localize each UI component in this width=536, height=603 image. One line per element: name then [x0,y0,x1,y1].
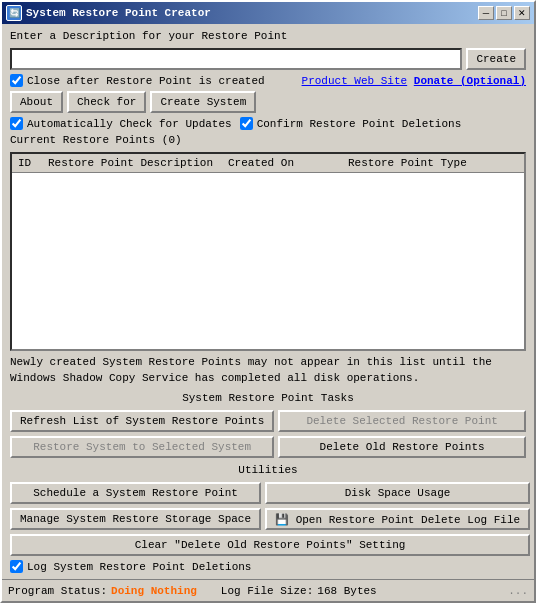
app-icon: 🔄 [6,5,22,21]
log-deletions-label: Log System Restore Point Deletions [27,561,251,573]
clear-button[interactable]: Clear "Delete Old Restore Points" Settin… [10,534,530,556]
col-type: Restore Point Type [346,156,520,170]
window-controls: ─ □ ✕ [478,6,530,20]
open-log-label: Open Restore Point Delete Log File [296,514,520,526]
description-row: Create [10,48,526,70]
open-log-button[interactable]: 💾 Open Restore Point Delete Log File [265,508,530,530]
table-header: ID Restore Point Description Created On … [12,154,524,173]
tasks-section-title: System Restore Point Tasks [10,392,526,404]
close-after-label: Close after Restore Point is created [27,75,265,87]
col-id: ID [16,156,46,170]
product-website-link[interactable]: Product Web Site [302,75,408,87]
disk-icon: 💾 [275,514,289,526]
log-size-value: 168 Bytes [317,585,376,597]
auto-confirm-row: Automatically Check for Updates Confirm … [10,117,526,130]
delete-old-button[interactable]: Delete Old Restore Points [278,436,526,458]
window-title: System Restore Point Creator [26,7,478,19]
restore-system-button: Restore System to Selected System [10,436,274,458]
restore-points-table[interactable]: ID Restore Point Description Created On … [10,152,526,351]
main-buttons-row: About Check for Create System [10,91,526,113]
donate-link[interactable]: Donate (Optional) [414,75,526,87]
delete-selected-button: Delete Selected Restore Point [278,410,526,432]
program-status-label: Program Status: [8,585,107,597]
info-text: Newly created System Restore Points may … [10,355,526,386]
title-bar: 🔄 System Restore Point Creator ─ □ ✕ [2,2,534,24]
close-links-row: Close after Restore Point is created Pro… [10,74,526,87]
description-label: Enter a Description for your Restore Poi… [10,30,526,42]
auto-check-checkbox[interactable] [10,117,23,130]
close-after-checkbox[interactable] [10,74,23,87]
schedule-button[interactable]: Schedule a System Restore Point [10,482,261,504]
confirm-deletion-row: Confirm Restore Point Deletions [240,117,462,130]
check-for-button[interactable]: Check for [67,91,146,113]
create-button[interactable]: Create [466,48,526,70]
log-size-label: Log File Size: [221,585,313,597]
program-status-value: Doing Nothing [111,585,197,597]
status-dots: ... [508,585,528,597]
col-created: Created On [226,156,346,170]
window-content: Enter a Description for your Restore Poi… [2,24,534,579]
log-deletions-checkbox[interactable] [10,560,23,573]
maximize-button[interactable]: □ [496,6,512,20]
main-window: 🔄 System Restore Point Creator ─ □ ✕ Ent… [0,0,536,603]
disk-usage-button[interactable]: Disk Space Usage [265,482,530,504]
refresh-list-button[interactable]: Refresh List of System Restore Points [10,410,274,432]
utilities-section-title: Utilities [10,464,526,476]
manage-button[interactable]: Manage System Restore Storage Space [10,508,261,530]
current-restore-label: Current Restore Points (0) [10,134,526,146]
confirm-deletion-checkbox[interactable] [240,117,253,130]
about-button[interactable]: About [10,91,63,113]
close-checkbox-row: Close after Restore Point is created [10,74,265,87]
close-button[interactable]: ✕ [514,6,530,20]
col-description: Restore Point Description [46,156,226,170]
auto-check-row: Automatically Check for Updates [10,117,232,130]
tasks-grid: Refresh List of System Restore Points De… [10,410,526,458]
log-checkbox-row: Log System Restore Point Deletions [10,560,526,573]
utilities-grid: Schedule a System Restore Point Disk Spa… [10,482,526,556]
status-bar: Program Status: Doing Nothing Log File S… [2,579,534,601]
create-system-button[interactable]: Create System [150,91,256,113]
auto-check-label: Automatically Check for Updates [27,118,232,130]
confirm-deletion-label: Confirm Restore Point Deletions [257,118,462,130]
links-row: Product Web Site Donate (Optional) [302,75,526,87]
description-input[interactable] [10,48,462,70]
minimize-button[interactable]: ─ [478,6,494,20]
